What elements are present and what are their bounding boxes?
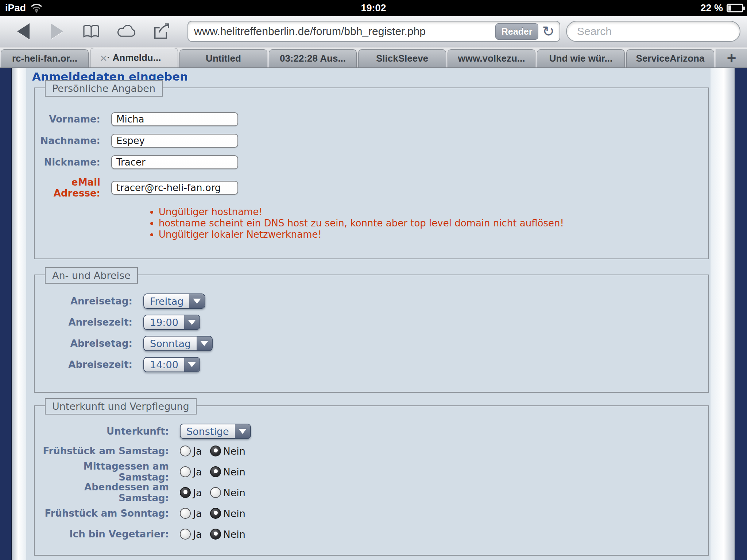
radio-nein[interactable] (210, 487, 221, 498)
radio-option-label: Nein (223, 446, 245, 457)
forward-button[interactable] (40, 16, 74, 47)
radio-option-label: Ja (193, 487, 202, 498)
radio-nein[interactable] (210, 508, 221, 519)
radio-option-label: Nein (223, 487, 245, 498)
field-label: Vorname: (35, 114, 100, 125)
cloud-icon (116, 24, 137, 39)
tab-032228-aus[interactable]: 03:22:28 Aus... (269, 49, 357, 67)
radio-row-vegetarier: Ich bin Vegetarier: Ja Nein (35, 528, 708, 540)
share-button[interactable] (144, 16, 179, 47)
close-tab-icon[interactable]: × (100, 51, 107, 65)
tab-anmeldung-active[interactable]: × · Anmeldu... (90, 48, 178, 67)
form-row-abreisezeit: Abreisezeit: 14:00 (35, 357, 708, 372)
chevron-down-icon (197, 337, 212, 350)
chevron-down-icon (184, 358, 200, 372)
radio-row-fruehstueck-sonntag: Frühstück am Sonntag: Ja Nein (35, 507, 708, 520)
tab-servicearizona[interactable]: ServiceArizona (626, 49, 714, 67)
abreisezeit-select[interactable]: 14:00 (143, 357, 200, 372)
search-input[interactable] (566, 21, 740, 42)
back-icon (17, 23, 30, 39)
error-item: hostname scheint ein DNS host zu sein, k… (159, 218, 708, 229)
reader-button[interactable]: Reader (495, 23, 539, 40)
field-label: Abreisezeit: (35, 359, 132, 370)
form-row-anreisetag: Anreisetag: Freitag (35, 293, 708, 309)
radio-ja[interactable] (180, 508, 191, 519)
back-button[interactable] (7, 16, 40, 47)
radio-nein[interactable] (210, 466, 221, 477)
tab-volkezu[interactable]: www.volkezu... (448, 49, 535, 67)
error-item: Ungültiger hostname! (159, 206, 708, 218)
field-label: Unterkunft: (35, 426, 169, 437)
forward-icon (51, 23, 63, 39)
field-label: Ich bin Vegetarier: (35, 529, 169, 540)
form-row-nickname: Nickname: (35, 155, 708, 169)
chevron-down-icon (235, 424, 250, 438)
field-label: Abendessen am Samstag: (35, 482, 169, 503)
legend-accommodation: Unterkunft und Verpflegung (45, 398, 197, 415)
clock: 19:02 (0, 3, 747, 14)
radio-ja[interactable] (180, 487, 191, 498)
radio-option-label: Ja (193, 466, 202, 478)
icloud-tabs-button[interactable] (109, 16, 144, 47)
field-label: Mittagessen am Samstag: (35, 461, 169, 483)
nickname-input[interactable] (111, 155, 238, 169)
email-input[interactable] (111, 181, 238, 195)
field-label: Frühstück am Samstag: (35, 446, 169, 456)
form-row-abreisetag: Abreisetag: Sonntag (35, 336, 708, 351)
validation-errors: Ungültiger hostname! hostname scheint ei… (148, 206, 708, 240)
form-row-vorname: Vorname: (35, 112, 708, 126)
radio-nein[interactable] (210, 446, 221, 456)
field-label: eMail Adresse: (35, 177, 100, 199)
web-page: Anmeldedaten eingeben Persönliche Angabe… (0, 68, 747, 560)
nachname-input[interactable] (111, 134, 238, 148)
browser-toolbar: Reader ↻ (0, 16, 747, 47)
ipad-screen: iPad 19:02 22 % (0, 0, 747, 560)
fieldset-accommodation: Unterkunft und Verpflegung Unterkunft: S… (34, 405, 709, 556)
radio-ja[interactable] (180, 466, 191, 477)
field-label: Anreisetag: (35, 296, 132, 307)
radio-row-fruehstueck-samstag: Frühstück am Samstag: Ja Nein (35, 445, 708, 457)
radio-option-label: Nein (223, 529, 245, 540)
radio-option-label: Nein (223, 508, 245, 519)
radio-option-label: Ja (193, 508, 202, 519)
form-row-email: eMail Adresse: (35, 177, 708, 199)
fieldset-travel: An- und Abreise Anreisetag: Freitag Anre… (34, 275, 709, 393)
reload-icon[interactable]: ↻ (542, 24, 554, 39)
anreisetag-select[interactable]: Freitag (143, 293, 205, 309)
page-left-border (0, 68, 11, 560)
tab-slicksleeve[interactable]: SlickSleeve (358, 49, 446, 67)
address-bar[interactable]: Reader ↻ (187, 21, 560, 42)
bookmarks-button[interactable] (74, 16, 109, 47)
field-label: Anreisezeit: (35, 317, 132, 328)
field-label: Frühstück am Sonntag: (35, 508, 169, 519)
fieldset-personal: Persönliche Angaben Vorname: Nachname: N… (34, 88, 709, 259)
status-bar: iPad 19:02 22 % (0, 0, 747, 16)
form-row-unterkunft: Unterkunft: Sonstige (35, 424, 708, 439)
anreisezeit-select[interactable]: 19:00 (143, 315, 200, 330)
chevron-down-icon (184, 315, 200, 329)
radio-ja[interactable] (180, 446, 191, 456)
radio-nein[interactable] (210, 529, 221, 540)
field-label: Nickname: (35, 157, 100, 168)
abreisetag-select[interactable]: Sonntag (143, 336, 213, 351)
field-label: Abreisetag: (35, 338, 132, 349)
radio-row-abendessen-samstag: Abendessen am Samstag: Ja Nein (35, 486, 708, 499)
url-input[interactable] (188, 25, 495, 38)
radio-option-label: Ja (193, 529, 202, 540)
share-icon (152, 23, 170, 40)
tab-rc-heli-fan[interactable]: rc-heli-fan.or... (1, 49, 89, 67)
page-left-gutter (12, 68, 26, 560)
radio-option-label: Nein (223, 466, 245, 478)
new-tab-button[interactable]: + (716, 49, 747, 67)
tab-bar: rc-heli-fan.or... × · Anmeldu... Untitle… (0, 47, 747, 68)
radio-ja[interactable] (180, 529, 191, 540)
page-right-border (735, 68, 747, 560)
legend-personal: Persönliche Angaben (45, 80, 163, 97)
unterkunft-select[interactable]: Sonstige (180, 424, 251, 439)
tab-untitled[interactable]: Untitled (179, 49, 267, 67)
vorname-input[interactable] (111, 112, 238, 126)
chevron-down-icon (189, 294, 205, 308)
radio-row-mittagessen-samstag: Mittagessen am Samstag: Ja Nein (35, 466, 708, 478)
tab-und-wie-wuer[interactable]: Und wie wür... (537, 49, 625, 67)
radio-option-label: Ja (193, 446, 202, 457)
